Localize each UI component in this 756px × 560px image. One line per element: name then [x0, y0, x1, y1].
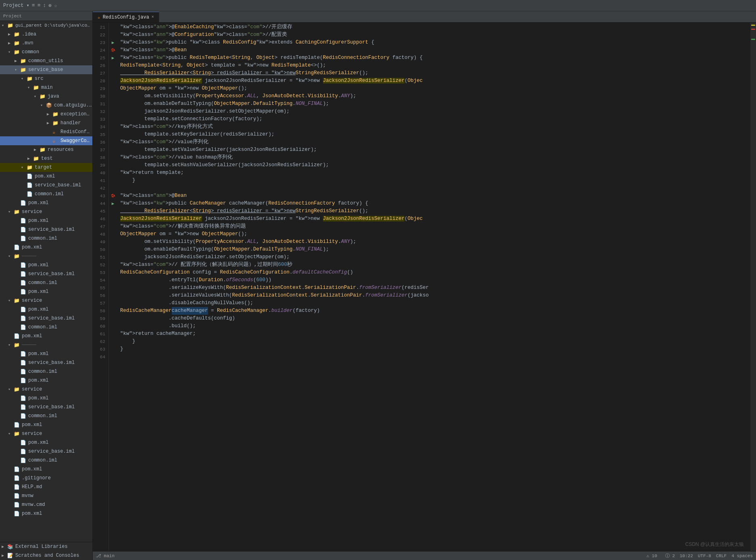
sidebar-item-svc2-sbiml[interactable]: ▶ 📄 service_base.iml — [0, 314, 92, 323]
top-icon-4[interactable]: ⊕ — [48, 2, 52, 9]
sidebar-item-pom4[interactable]: ▶ 📄 pom.xml — [0, 332, 92, 341]
bean-icon[interactable]: 🫘 — [111, 194, 115, 198]
sidebar-item-idea[interactable]: ▶ 📁 .idea — [0, 30, 92, 39]
sidebar-item-sub2-ciml[interactable]: ▶ 📄 common.iml — [0, 367, 92, 376]
sidebar-item-svc1-sbiml[interactable]: ▶ 📄 service_base.iml — [0, 225, 92, 234]
run-icon[interactable]: ▶ — [112, 201, 115, 206]
top-icon-3[interactable]: ↕ — [43, 2, 46, 8]
top-icon-2[interactable]: ≡ — [37, 2, 41, 8]
sidebar-item-sub2-pom2[interactable]: ▶ 📄 pom.xml — [0, 376, 92, 385]
line-number: 45 — [93, 207, 108, 215]
sidebar-item-test[interactable]: ▶ 📁 test — [0, 154, 92, 163]
project-dropdown[interactable]: Project ▾ — [3, 2, 29, 8]
sidebar-item-sub1-pom2[interactable]: ▶ 📄 pom.xml — [0, 287, 92, 296]
sidebar-item-service1[interactable]: ▾ 📁 service — [0, 207, 92, 216]
sidebar-item-svc4-pom[interactable]: ▶ 📄 pom.xml — [0, 438, 92, 447]
sidebar-item-mvnw[interactable]: ▶ 📄 mvnw — [0, 491, 92, 500]
sidebar-item-common[interactable]: ▾ 📁 common — [0, 48, 92, 56]
sidebar-item-pom2[interactable]: ▶ 📄 pom.xml — [0, 199, 92, 207]
sidebar-item-help[interactable]: ▶ 📄 HELP.md — [0, 483, 92, 491]
sidebar-item-sub2-sbiml[interactable]: ▶ 📄 service_base.iml — [0, 358, 92, 367]
sidebar-item-java[interactable]: ▾ 📁 java — [0, 92, 92, 101]
sidebar-item-pom1[interactable]: ▶ 📄 pom.xml — [0, 172, 92, 181]
sidebar-item-src[interactable]: ▾ 📁 src — [0, 74, 92, 83]
sidebar-item-service2[interactable]: ▾ 📁 service — [0, 296, 92, 305]
top-icon-1[interactable]: ≡ — [32, 2, 35, 8]
sidebar-item-service-base[interactable]: ▾ 📁 service_base — [0, 65, 92, 74]
sidebar-item-sub1-sbiml[interactable]: ▶ 📄 service_base.iml — [0, 270, 92, 278]
sidebar-item-package[interactable]: ▾ 📦 com.atguigu.servicebase — [0, 101, 92, 110]
line-number: 31 — [93, 100, 108, 108]
sidebar-item-sub1-pom[interactable]: ▶ 📄 pom.xml — [0, 261, 92, 270]
sidebar-item-sbiml1[interactable]: ▶ 📄 service_base.iml — [0, 181, 92, 190]
line-number: 53 — [93, 269, 108, 276]
bean-icon[interactable]: 🫘 — [111, 48, 115, 52]
sidebar-item-svc2-ciml[interactable]: ▶ 📄 common.iml — [0, 323, 92, 332]
code-line: RedisSerializer<String> redisSerializer … — [117, 207, 750, 215]
sidebar-item-submod2[interactable]: ▾ 📁 ───── — [0, 341, 92, 349]
code-line: template.setHashValueSerializer(jackson2… — [117, 161, 750, 169]
sidebar-item-target[interactable]: ▾ 📁 target — [0, 163, 92, 172]
sidebar-item-svc4-ciml[interactable]: ▶ 📄 common.iml — [0, 456, 92, 465]
sidebar-item-service3[interactable]: ▾ 📁 service — [0, 385, 92, 394]
scratches-item[interactable]: ▶ 📝 Scratches and Consoles — [0, 551, 92, 560]
sidebar-item-resources[interactable]: ▶ 📁 resources — [0, 145, 92, 154]
code-editor[interactable]: "kw">class="ann">@EnableCaching "kw">cla… — [117, 23, 750, 551]
item-label: pom.xml — [22, 244, 92, 250]
arrow: ▾ — [8, 298, 14, 303]
sidebar-item-redisconfig[interactable]: ▶ ☕ RedisConfig — [0, 127, 92, 136]
sidebar-item-main[interactable]: ▾ 📁 main — [0, 83, 92, 92]
gutter-cell: ▶ — [109, 54, 117, 62]
sidebar-item-ciml1[interactable]: ▶ 📄 common.iml — [0, 190, 92, 199]
sidebar-tree[interactable]: ▾ 📁 gui_parent D:\study\java\code\projec… — [0, 21, 92, 542]
sidebar-item-mvn[interactable]: ▶ 📁 .mvn — [0, 39, 92, 48]
item-label: common.iml — [28, 458, 92, 463]
line-number: 21 — [93, 23, 108, 31]
xml-icon: 📄 — [14, 511, 20, 517]
sidebar-item-exceptionhandler[interactable]: ▶ 📁 exceptionhandler — [0, 110, 92, 119]
tab-redisconfig[interactable]: ☕ RedisConfig.java × — [93, 12, 159, 22]
sidebar-item-submod1[interactable]: ▾ 📁 ───── — [0, 252, 92, 261]
sidebar-item-svc3-sbiml[interactable]: ▶ 📄 service_base.iml — [0, 403, 92, 412]
code-line: "kw">class="ann">@Configuration "kw">cla… — [117, 31, 750, 39]
iml-icon: 📄 — [20, 360, 27, 366]
code-line: } — [117, 345, 750, 353]
sidebar-item-handler[interactable]: ▶ 📁 handler — [0, 119, 92, 127]
sidebar-item-sub2-pom[interactable]: ▶ 📄 pom.xml — [0, 349, 92, 358]
sidebar-item-pom-root[interactable]: ▶ 📄 pom.xml — [0, 509, 92, 518]
gutter-cell — [109, 322, 117, 330]
line-number: 54 — [93, 276, 108, 284]
sidebar-item-svc3-ciml[interactable]: ▶ 📄 common.iml — [0, 412, 92, 420]
sidebar-item-svc1-pom[interactable]: ▶ 📄 pom.xml — [0, 216, 92, 225]
line-number: 63 — [93, 345, 108, 353]
tab-close-button[interactable]: × — [152, 15, 154, 19]
sidebar-item-service4[interactable]: ▾ 📁 service — [0, 429, 92, 438]
run-icon[interactable]: ▶ — [112, 40, 115, 45]
item-label: pom.xml — [35, 173, 92, 179]
external-libraries-item[interactable]: ▶ 📚 External Libraries — [0, 542, 92, 551]
sidebar-item-pom6[interactable]: ▶ 📄 pom.xml — [0, 465, 92, 474]
sidebar-item-gitignore[interactable]: ▶ 📄 .gitignore — [0, 474, 92, 483]
sidebar-item-swaggerconfig[interactable]: ▶ ☕ SwaggerConfig — [0, 136, 92, 145]
scratches-label: Scratches and Consoles — [15, 553, 79, 558]
top-icon-5[interactable]: ☆ — [54, 2, 57, 9]
gutter-cell — [109, 284, 117, 292]
sidebar-item-mvnw-cmd[interactable]: ▶ 📄 mvnw.cmd — [0, 500, 92, 509]
sidebar-item-pom3[interactable]: ▶ 📄 pom.xml — [0, 243, 92, 252]
sidebar-item-pom5[interactable]: ▶ 📄 pom.xml — [0, 420, 92, 429]
item-label: pom.xml — [28, 289, 92, 295]
sidebar-item-svc4-sbiml[interactable]: ▶ 📄 service_base.iml — [0, 447, 92, 456]
sidebar-item-svc2-pom[interactable]: ▶ 📄 pom.xml — [0, 305, 92, 314]
sidebar-item-svc1-ciml[interactable]: ▶ 📄 common.iml — [0, 234, 92, 243]
sidebar-item-svc3-pom[interactable]: ▶ 📄 pom.xml — [0, 394, 92, 403]
code-line: "kw">class="ann">@Bean — [117, 192, 750, 200]
sidebar-item-sub1-ciml[interactable]: ▶ 📄 common.iml — [0, 278, 92, 287]
item-label: common.iml — [28, 236, 92, 241]
position-status: 10:22 — [680, 554, 693, 558]
arrow: ▾ — [8, 209, 14, 214]
sidebar-item-common-utils[interactable]: ▶ 📁 common_utils — [0, 56, 92, 65]
xml-icon: 📄 — [20, 351, 27, 357]
sidebar-item-gui-parent[interactable]: ▾ 📁 gui_parent D:\study\java\code\projec… — [0, 21, 92, 30]
code-line: "kw">class="kw">public "kw">class RedisC… — [117, 39, 750, 46]
run-icon[interactable]: ▶ — [112, 55, 115, 61]
